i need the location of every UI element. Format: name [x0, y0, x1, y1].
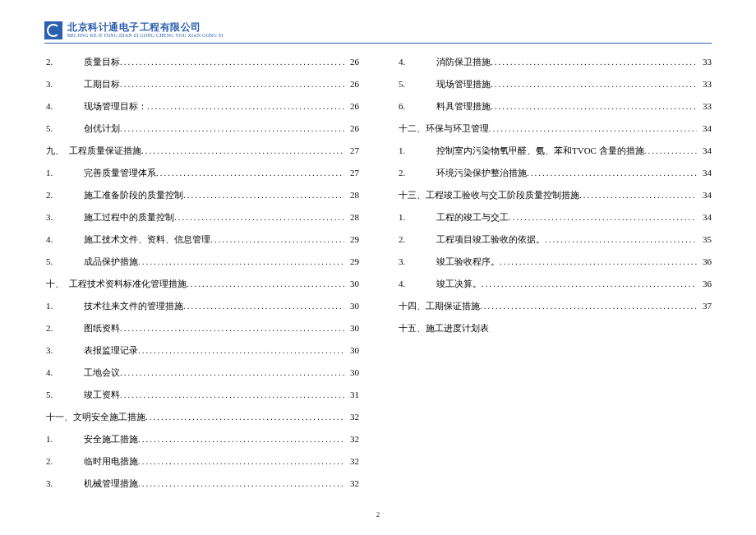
- toc-entry-page: 27: [344, 145, 359, 155]
- toc-entry: 1.控制室内污染物氧甲醛、氨、苯和TVOC 含量的措施34: [397, 145, 712, 157]
- toc-entry-number: 1.: [44, 168, 69, 178]
- toc-leader: [138, 434, 344, 444]
- toc-entry-page: 30: [344, 323, 359, 333]
- toc-entry: 十二、环保与环卫管理34: [397, 122, 712, 135]
- toc-leader: [183, 301, 344, 311]
- page-number: 2: [0, 510, 756, 519]
- toc-entry-title: 质量目标: [69, 56, 120, 68]
- toc-entry: 2.工程项目竣工验收的依据。35: [397, 233, 712, 246]
- toc-entry-title: 技术往来文件的管理措施: [69, 300, 183, 312]
- toc-entry-title: 竣工资料: [69, 389, 120, 401]
- toc-entry-page: 37: [697, 301, 712, 311]
- toc-entry: 3.机械管理措施32: [44, 477, 359, 490]
- company-name-cn: 北京科计通电子工程有限公司: [67, 22, 224, 33]
- toc-leader: [120, 323, 344, 333]
- toc-entry: 4.工地会议30: [44, 367, 359, 379]
- toc-entry-page: 34: [697, 145, 712, 155]
- toc-entry: 2.环境污染保护整治措施34: [397, 167, 712, 179]
- toc-entry: 2.临时用电措施32: [44, 455, 359, 468]
- toc-entry: 十四、工期保证措施37: [397, 300, 712, 312]
- toc-leader: [482, 279, 697, 288]
- toc-entry-page: 34: [697, 190, 712, 200]
- toc-entry-page: 27: [344, 168, 359, 178]
- toc-leader: [480, 301, 697, 311]
- toc-entry: 十一、文明安全施工措施32: [44, 411, 359, 423]
- toc-leader: [120, 57, 344, 67]
- toc-entry: 4.施工技术文件、资料、信息管理29: [44, 233, 359, 246]
- toc-entry-number: 2.: [397, 168, 422, 178]
- toc-entry-page: 36: [697, 256, 712, 266]
- toc-entry-title: 料具管理措施: [422, 100, 491, 113]
- toc-entry-page: 30: [344, 301, 359, 311]
- toc-entry-number: 4.: [397, 57, 422, 67]
- toc-entry-page: 26: [344, 101, 359, 111]
- toc-entry: 1.完善质量管理体系27: [44, 167, 359, 179]
- toc-entry-page: 26: [344, 57, 359, 67]
- toc-entry-page: 28: [344, 212, 359, 222]
- toc-entry: 1.安全施工措施32: [44, 433, 359, 445]
- toc-leader: [156, 168, 344, 178]
- toc-entry-number: 十五、: [397, 322, 426, 334]
- toc-entry-title: 工程竣工验收与交工阶段质量控制措施: [426, 189, 579, 201]
- toc-entry: 3.施工过程中的质量控制28: [44, 211, 359, 224]
- toc-entry-number: 1.: [397, 145, 422, 155]
- document-header: 北京科计通电子工程有限公司 BEI JING KE JI TONG DIAN Z…: [44, 21, 224, 39]
- toc-entry: 4.现场管理目标：26: [44, 100, 359, 113]
- toc-entry: 6.料具管理措施33: [397, 100, 712, 113]
- toc-entry-number: 2.: [44, 190, 69, 200]
- toc-entry: 2.图纸资料30: [44, 322, 359, 334]
- toc-entry-title: 现场管理措施: [422, 78, 491, 90]
- toc-leader: [174, 212, 344, 222]
- toc-leader: [500, 256, 697, 266]
- toc-entry-page: 33: [697, 57, 712, 67]
- toc-leader: [145, 412, 344, 422]
- toc-entry-title: 工程项目竣工验收的依据。: [422, 233, 545, 246]
- toc-entry: 1.技术往来文件的管理措施30: [44, 300, 359, 312]
- header-rule: [44, 43, 712, 44]
- toc-entry: 5.创优计划26: [44, 122, 359, 135]
- toc-leader: [120, 123, 344, 133]
- toc-entry-page: 30: [344, 345, 359, 355]
- toc-entry: 5.竣工资料31: [44, 389, 359, 401]
- toc-leader: [210, 234, 344, 244]
- toc-leader: [187, 279, 344, 288]
- toc-entry-title: 图纸资料: [69, 322, 120, 334]
- toc-leader: [138, 345, 344, 355]
- toc-entry-page: 33: [697, 79, 712, 89]
- toc-entry-title: 施工技术文件、资料、信息管理: [69, 233, 210, 246]
- toc-entry-page: 28: [344, 190, 359, 200]
- toc-entry-number: 九、: [44, 145, 69, 157]
- company-name-en: BEI JING KE JI TONG DIAN ZI GONG CHENG Y…: [67, 33, 224, 39]
- toc-entry-title: 竣工验收程序。: [422, 256, 500, 268]
- toc-leader: [138, 478, 344, 488]
- toc-entry-page: 30: [344, 279, 359, 288]
- toc-entry-title: 文明安全施工措施: [73, 411, 145, 423]
- toc-entry-title: 表报监理记录: [69, 344, 138, 357]
- toc-entry-title: 环境污染保护整治措施: [422, 167, 527, 179]
- toc-entry-number: 3.: [397, 256, 422, 266]
- toc-entry-page: 32: [344, 434, 359, 444]
- toc-leader: [491, 101, 697, 111]
- toc-leader: [120, 390, 344, 399]
- toc-entry-number: 十四、: [397, 300, 426, 312]
- toc-entry-number: 6.: [397, 101, 422, 111]
- toc-entry-number: 十二、: [397, 122, 426, 135]
- toc-entry: 十五、施工进度计划表: [397, 322, 712, 334]
- toc-entry-title: 创优计划: [69, 122, 120, 135]
- toc-entry-number: 十、: [44, 278, 69, 290]
- toc-entry-page: 29: [344, 234, 359, 244]
- toc-leader: [509, 212, 697, 222]
- toc-entry-number: 5.: [44, 123, 69, 133]
- toc-entry-page: 35: [697, 234, 712, 244]
- toc-entry-title: 成品保护措施: [69, 256, 138, 268]
- toc-leader: [491, 57, 697, 67]
- toc-leader: [545, 234, 697, 244]
- toc-entry: 十、工程技术资料标准化管理措施30: [44, 278, 359, 290]
- toc-leader: [120, 79, 344, 89]
- toc-entry: 十三、工程竣工验收与交工阶段质量控制措施34: [397, 189, 712, 201]
- toc-entry-page: 32: [344, 412, 359, 422]
- toc-entry-number: 2.: [44, 323, 69, 333]
- toc-entry: 3.竣工验收程序。36: [397, 256, 712, 268]
- toc-entry-title: 施工进度计划表: [426, 322, 489, 334]
- toc-entry-page: 32: [344, 478, 359, 488]
